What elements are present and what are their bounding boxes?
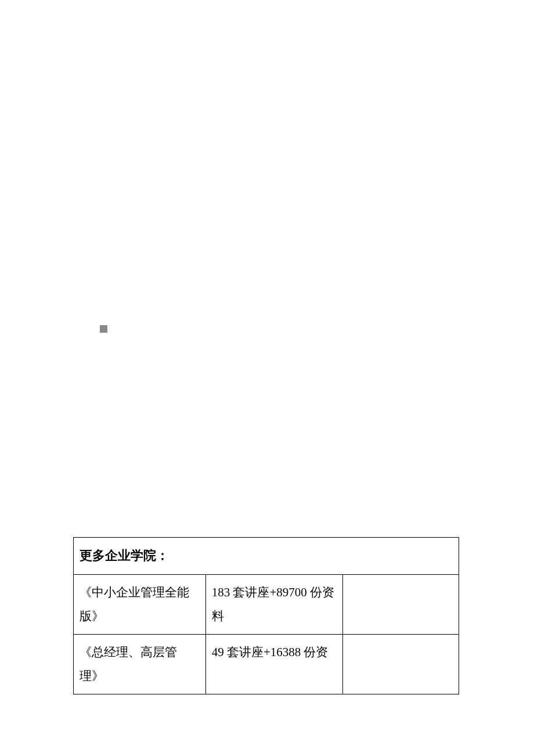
course-title-cell: 《中小企业管理全能版》	[74, 574, 206, 634]
table-header-row: 更多企业学院：	[74, 538, 459, 575]
course-extra-cell	[343, 574, 459, 634]
course-desc-cell: 49 套讲座+16388 份资	[205, 634, 343, 694]
decorative-square	[100, 325, 107, 333]
course-extra-cell	[343, 634, 459, 694]
table-row: 《中小企业管理全能版》 183 套讲座+89700 份资料	[74, 574, 459, 634]
table-header-cell: 更多企业学院：	[74, 538, 459, 575]
course-desc-cell: 183 套讲座+89700 份资料	[205, 574, 343, 634]
table-row: 《总经理、高层管理》 49 套讲座+16388 份资	[74, 634, 459, 694]
course-table: 更多企业学院： 《中小企业管理全能版》 183 套讲座+89700 份资料 《总…	[73, 537, 459, 694]
course-title-cell: 《总经理、高层管理》	[74, 634, 206, 694]
